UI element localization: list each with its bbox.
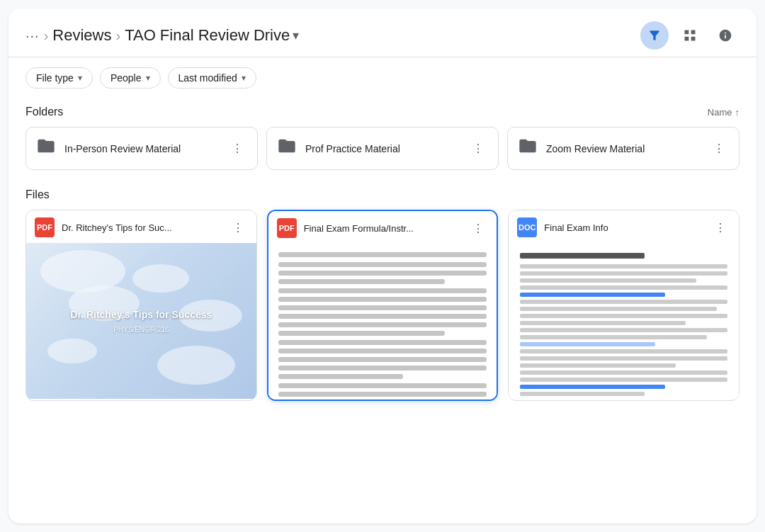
breadcrumb-dropdown-arrow: ▾ <box>293 28 299 43</box>
files-section-title: Files <box>26 188 50 201</box>
doc-type-icon-info: DOC <box>517 217 537 237</box>
breadcrumb-item-drive: TAO Final Review Drive <box>125 26 290 45</box>
filter-chip-last-modified[interactable]: Last modified ▾ <box>168 67 256 89</box>
file-card-formula[interactable]: PDF Final Exam Formula/Instr... ⋮ <box>267 210 499 401</box>
breadcrumb: ··· › Reviews › TAO Final Review Drive ▾ <box>26 26 299 45</box>
folder-item-zoom-review[interactable]: Zoom Review Material ⋮ <box>507 127 740 170</box>
breadcrumb-chevron-1: › <box>44 28 49 44</box>
files-grid: PDF Dr. Ritchey's Tips for Suc... ⋮ <box>8 205 756 418</box>
folder-name-in-person: In-Person Review Material <box>64 143 219 154</box>
file-header-formula: PDF Final Exam Formula/Instr... ⋮ <box>268 211 497 244</box>
tips-preview-content: Dr. Ritchey's Tips for Success PHYS/ENGR… <box>26 243 256 399</box>
tips-preview-subtitle: PHYS/ENGR 216 <box>56 326 226 334</box>
header-actions <box>640 21 740 50</box>
filter-last-modified-arrow: ▾ <box>242 73 246 83</box>
file-card-info[interactable]: DOC Final Exam Info ⋮ <box>508 210 740 401</box>
pdf-type-icon-formula: PDF <box>277 218 297 238</box>
folder-icon <box>36 136 56 161</box>
sort-arrow-icon: ↑ <box>735 107 740 118</box>
breadcrumb-dots[interactable]: ··· <box>26 28 40 44</box>
app-container: ··· › Reviews › TAO Final Review Drive ▾ <box>8 9 756 523</box>
filter-people-label: People <box>110 72 142 84</box>
filter-icon <box>647 28 662 43</box>
header: ··· › Reviews › TAO Final Review Drive ▾ <box>8 9 756 57</box>
file-more-button-formula[interactable]: ⋮ <box>468 218 488 238</box>
folders-grid: In-Person Review Material ⋮ Prof Practic… <box>8 123 756 181</box>
folder-icon <box>277 136 297 161</box>
folder-name-zoom-review: Zoom Review Material <box>546 143 701 154</box>
folder-more-button-zoom-review[interactable]: ⋮ <box>709 139 729 159</box>
pdf-type-icon-tips: PDF <box>35 217 55 237</box>
filter-chip-people[interactable]: People ▾ <box>100 67 161 89</box>
breadcrumb-item-reviews[interactable]: Reviews <box>52 26 111 45</box>
doc-preview-content <box>268 244 497 400</box>
folders-section-header: Folders Name ↑ <box>8 98 756 123</box>
file-preview-formula <box>268 244 497 400</box>
file-header-info: DOC Final Exam Info ⋮ <box>509 210 739 243</box>
breadcrumb-drive-dropdown[interactable]: TAO Final Review Drive ▾ <box>125 26 299 45</box>
tips-preview-title: Dr. Ritchey's Tips for Success <box>56 308 226 322</box>
files-section-header: Files <box>8 181 756 205</box>
filter-people-arrow: ▾ <box>146 73 150 83</box>
grid-view-button[interactable] <box>676 21 704 50</box>
filter-button[interactable] <box>640 21 669 50</box>
file-name-tips: Dr. Ritchey's Tips for Suc... <box>62 222 221 233</box>
file-name-formula: Final Exam Formula/Instr... <box>304 223 462 234</box>
filter-bar: File type ▾ People ▾ Last modified ▾ <box>8 57 756 98</box>
folder-item-in-person[interactable]: In-Person Review Material ⋮ <box>26 127 258 170</box>
folder-icon <box>518 136 538 161</box>
folder-more-button-prof-practice[interactable]: ⋮ <box>468 139 488 159</box>
grid-icon <box>683 28 697 43</box>
info-button[interactable] <box>711 21 740 50</box>
folder-item-prof-practice[interactable]: Prof Practice Material ⋮ <box>266 127 499 170</box>
sort-name-label: Name <box>708 107 732 118</box>
file-preview-info <box>509 243 739 399</box>
info-icon <box>718 28 732 43</box>
file-card-tips[interactable]: PDF Dr. Ritchey's Tips for Suc... ⋮ <box>26 210 257 401</box>
file-more-button-tips[interactable]: ⋮ <box>228 217 248 237</box>
filter-file-type-arrow: ▾ <box>78 73 82 83</box>
breadcrumb-chevron-2: › <box>115 28 120 44</box>
file-header-tips: PDF Dr. Ritchey's Tips for Suc... ⋮ <box>26 210 256 243</box>
file-more-button-info[interactable]: ⋮ <box>710 217 730 237</box>
folder-more-button-in-person[interactable]: ⋮ <box>227 139 247 159</box>
filter-file-type-label: File type <box>36 72 74 84</box>
docx-preview-content <box>509 243 739 399</box>
file-preview-tips: Dr. Ritchey's Tips for Success PHYS/ENGR… <box>26 243 256 399</box>
sort-control[interactable]: Name ↑ <box>708 107 740 118</box>
folder-name-prof-practice: Prof Practice Material <box>305 143 460 154</box>
filter-last-modified-label: Last modified <box>178 72 237 84</box>
filter-chip-file-type[interactable]: File type ▾ <box>26 67 93 89</box>
file-name-info: Final Exam Info <box>544 222 703 233</box>
folders-section-title: Folders <box>26 106 63 118</box>
